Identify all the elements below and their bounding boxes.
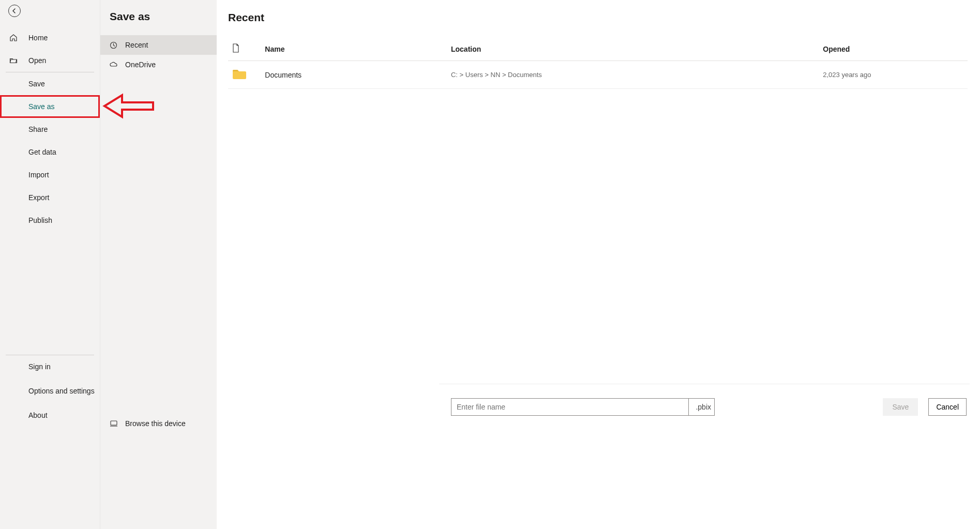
- nav-label: Sign in: [28, 362, 51, 371]
- location-list: Recent OneDrive: [100, 35, 217, 74]
- nav-open[interactable]: Open: [0, 49, 100, 72]
- col-header-name[interactable]: Name: [261, 38, 447, 61]
- nav-sign-in[interactable]: Sign in: [0, 356, 100, 377]
- nav-label: Home: [28, 34, 48, 42]
- location-label: OneDrive: [125, 61, 156, 69]
- nav-label: About: [28, 411, 48, 419]
- home-icon: [9, 34, 21, 42]
- nav-publish[interactable]: Publish: [0, 209, 100, 232]
- row-opened: 2,023 years ago: [819, 61, 968, 89]
- panel-title: Save as: [100, 0, 217, 35]
- nav-export[interactable]: Export: [0, 186, 100, 209]
- file-menu-bottom: Sign in Options and settings About: [0, 355, 100, 529]
- nav-label: Share: [28, 125, 48, 133]
- col-header-location[interactable]: Location: [447, 38, 819, 61]
- nav-divider: [6, 355, 94, 355]
- save-button[interactable]: Save: [883, 398, 918, 416]
- separator: [439, 384, 970, 384]
- location-recent[interactable]: Recent: [100, 35, 217, 55]
- nav-save[interactable]: Save: [0, 72, 100, 95]
- nav-label: Save as: [28, 102, 55, 111]
- nav-label: Get data: [28, 148, 56, 156]
- file-menu-list: Home Open Save Save as Share Get data Im…: [0, 26, 100, 232]
- col-header-opened[interactable]: Opened: [819, 38, 968, 61]
- dialog-actions: Save Cancel: [883, 398, 967, 416]
- browse-label: Browse this device: [125, 419, 186, 428]
- filename-row: .pbix: [451, 398, 715, 416]
- file-icon: [232, 43, 239, 53]
- main-title: Recent: [228, 11, 970, 24]
- cloud-icon: [110, 62, 119, 68]
- nav-label: Export: [28, 193, 49, 202]
- nav-get-data[interactable]: Get data: [0, 141, 100, 163]
- nav-label: Save: [28, 80, 45, 88]
- file-menu-sidebar: Home Open Save Save as Share Get data Im…: [0, 0, 100, 529]
- row-location: C: > Users > NN > Documents: [447, 61, 819, 89]
- nav-label: Options and settings: [28, 386, 95, 396]
- nav-options-settings[interactable]: Options and settings: [0, 377, 100, 405]
- col-header-icon[interactable]: [228, 38, 261, 61]
- main-area: Recent Name Location Opened Documents: [217, 0, 980, 529]
- folder-open-icon: [9, 56, 21, 65]
- back-button[interactable]: [8, 5, 21, 17]
- nav-label: Publish: [28, 216, 52, 224]
- save-as-panel: Save as Recent OneDrive Browse this devi…: [100, 0, 217, 529]
- filename-input[interactable]: [451, 398, 689, 416]
- file-extension: .pbix: [689, 398, 715, 416]
- row-name: Documents: [261, 61, 447, 89]
- clock-icon: [110, 41, 119, 49]
- cancel-button[interactable]: Cancel: [928, 398, 967, 416]
- browse-this-device[interactable]: Browse this device: [100, 424, 217, 529]
- location-onedrive[interactable]: OneDrive: [100, 55, 217, 74]
- table-row[interactable]: Documents C: > Users > NN > Documents 2,…: [228, 61, 968, 89]
- nav-import[interactable]: Import: [0, 163, 100, 186]
- back-arrow-icon: [11, 8, 18, 14]
- nav-about[interactable]: About: [0, 405, 100, 426]
- nav-home[interactable]: Home: [0, 26, 100, 49]
- svg-rect-1: [111, 421, 117, 425]
- table-header-row: Name Location Opened: [228, 38, 968, 61]
- nav-label: Import: [28, 171, 49, 179]
- location-label: Recent: [125, 41, 148, 49]
- nav-label: Open: [28, 56, 46, 65]
- recent-files-table: Name Location Opened Documents C: > User…: [228, 38, 968, 89]
- device-icon: [110, 420, 119, 427]
- nav-share[interactable]: Share: [0, 118, 100, 141]
- nav-save-as[interactable]: Save as: [0, 95, 100, 118]
- folder-icon: [232, 68, 247, 80]
